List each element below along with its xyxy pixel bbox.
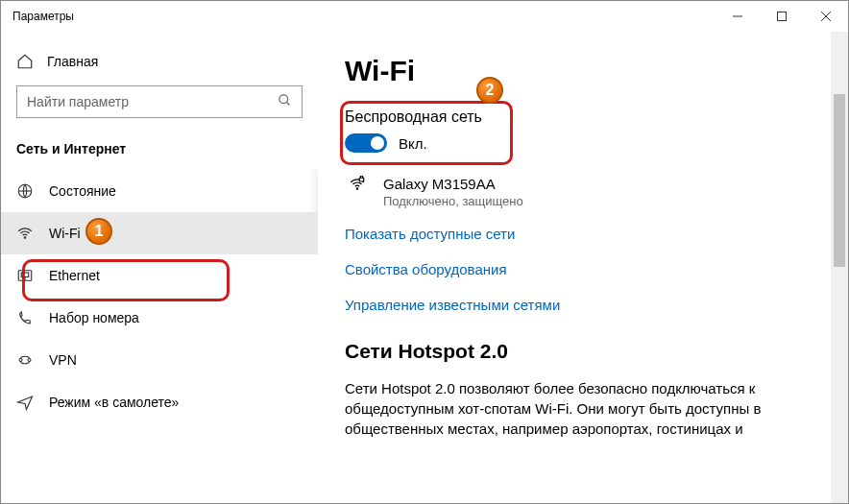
sidebar-item-label: Wi-Fi — [49, 226, 81, 241]
sidebar-item-airplane[interactable]: Режим «в самолете» — [1, 381, 318, 423]
svg-rect-15 — [359, 178, 364, 181]
titlebar: Параметры — [1, 1, 848, 32]
sidebar-item-label: VPN — [49, 352, 77, 368]
svg-rect-1 — [778, 12, 787, 21]
scrollbar-track[interactable] — [831, 32, 848, 503]
hotspot-heading: Сети Hotspot 2.0 — [345, 340, 804, 363]
sidebar-item-label: Ethernet — [49, 268, 100, 283]
home-label: Главная — [47, 54, 98, 69]
home-icon — [16, 53, 34, 70]
section-title: Сеть и Интернет — [1, 135, 318, 170]
link-known-networks[interactable]: Управление известными сетями — [345, 297, 804, 313]
window-title: Параметры — [12, 10, 74, 23]
close-button[interactable] — [804, 1, 848, 32]
svg-line-5 — [286, 102, 289, 105]
link-hardware-props[interactable]: Свойства оборудования — [345, 261, 804, 277]
wireless-heading: Беспроводная сеть — [345, 108, 804, 126]
page-title: Wi-Fi — [345, 55, 804, 87]
home-link[interactable]: Главная — [1, 49, 318, 80]
content: Wi-Fi Беспроводная сеть Вкл. — [318, 32, 831, 503]
hotspot-text: Сети Hotspot 2.0 позволяют более безопас… — [345, 378, 804, 439]
wifi-toggle[interactable] — [345, 133, 387, 153]
sidebar-item-wifi[interactable]: Wi-Fi — [1, 212, 318, 254]
toggle-knob — [371, 136, 384, 150]
sidebar-item-status[interactable]: Состояние — [1, 170, 318, 212]
wifi-lock-icon — [345, 176, 370, 193]
status-icon — [16, 182, 34, 200]
sidebar-item-label: Режим «в самолете» — [49, 395, 179, 410]
dialup-icon — [16, 309, 34, 326]
network-name: Galaxy M3159AA — [383, 176, 523, 192]
svg-point-13 — [28, 359, 31, 362]
wifi-icon — [16, 225, 34, 242]
svg-rect-10 — [21, 273, 29, 277]
sidebar-item-label: Набор номера — [49, 310, 139, 325]
minimize-button[interactable] — [716, 1, 760, 32]
ethernet-icon — [16, 267, 34, 284]
airplane-icon — [16, 394, 34, 411]
svg-point-12 — [19, 359, 22, 362]
maximize-button[interactable] — [760, 1, 804, 32]
svg-point-8 — [24, 237, 26, 239]
svg-point-14 — [356, 188, 358, 190]
current-network[interactable]: Galaxy M3159AA Подключено, защищено — [345, 176, 804, 208]
scrollbar-thumb[interactable] — [834, 94, 845, 267]
search-box[interactable] — [16, 85, 303, 118]
sidebar-item-dialup[interactable]: Набор номера — [1, 297, 318, 339]
network-status: Подключено, защищено — [383, 194, 523, 208]
svg-point-4 — [279, 94, 288, 103]
vpn-icon — [16, 351, 34, 369]
search-icon — [278, 93, 292, 111]
sidebar-item-ethernet[interactable]: Ethernet — [1, 254, 318, 297]
sidebar: Главная Сеть и Интернет Состояние Wi — [1, 32, 318, 503]
sidebar-item-vpn[interactable]: VPN — [1, 339, 318, 381]
toggle-state-label: Вкл. — [399, 135, 427, 152]
search-input[interactable] — [27, 94, 253, 109]
link-show-networks[interactable]: Показать доступные сети — [345, 226, 804, 242]
sidebar-item-label: Состояние — [49, 183, 116, 199]
